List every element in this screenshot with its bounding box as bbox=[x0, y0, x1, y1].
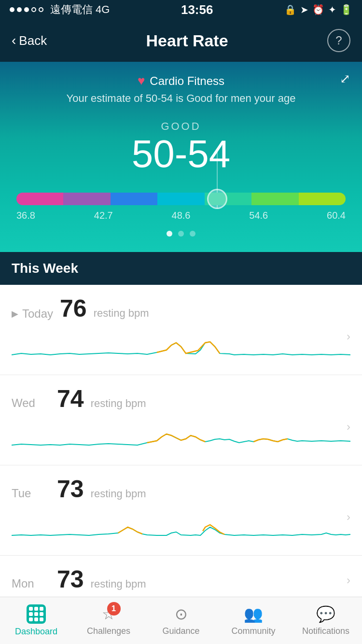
seg-fair bbox=[63, 193, 110, 205]
hr-value-today: 76 bbox=[60, 296, 87, 321]
hr-unit-mon: resting bpm bbox=[91, 578, 146, 590]
day-label-wed: Wed bbox=[12, 396, 50, 410]
scale-label-4: 54.6 bbox=[249, 210, 268, 221]
dot4 bbox=[31, 7, 36, 12]
day-label-mon: Mon bbox=[12, 577, 50, 590]
page-dot-3[interactable] bbox=[190, 231, 195, 237]
tab-dashboard[interactable]: Dashboard bbox=[0, 597, 72, 644]
hr-unit-tue: resting bpm bbox=[91, 488, 146, 500]
notifications-icon-wrap: 💬 bbox=[316, 605, 335, 623]
table-row[interactable]: Wed 74 resting bpm › bbox=[0, 375, 362, 465]
seg-excellent bbox=[251, 193, 298, 205]
status-icons: 🔒 ➤ ⏰ ✦ 🔋 bbox=[284, 4, 352, 15]
day-label-today: ▶ Today bbox=[12, 307, 53, 321]
dot3 bbox=[24, 7, 29, 12]
alarm-icon: ⏰ bbox=[312, 4, 324, 15]
hero-section: ⤢ ♥ Cardio Fitness Your estimate of 50-5… bbox=[0, 62, 362, 252]
challenges-badge: 1 bbox=[107, 602, 121, 616]
community-icon-wrap: 👥 bbox=[244, 605, 263, 623]
back-arrow-icon: ‹ bbox=[12, 33, 16, 48]
heart-rate-section: ▶ Today 76 resting bpm › Wed 74 resting … bbox=[0, 285, 362, 591]
guidance-icon-wrap: ⊙ bbox=[175, 605, 188, 623]
tab-notifications-label: Notifications bbox=[302, 626, 349, 636]
scale-indicator bbox=[207, 189, 227, 209]
dashboard-icon bbox=[27, 604, 46, 624]
header: ‹ Back Heart Rate ? bbox=[0, 19, 362, 62]
back-button[interactable]: ‹ Back bbox=[12, 33, 47, 48]
sparkline-today bbox=[12, 328, 350, 367]
battery-icon: 🔋 bbox=[340, 4, 352, 15]
tab-guidance-label: Guidance bbox=[162, 626, 199, 636]
expand-button[interactable]: ⤢ bbox=[340, 71, 350, 86]
heart-icon: ♥ bbox=[138, 73, 145, 88]
scale-label-2: 42.7 bbox=[94, 210, 113, 221]
chevron-right-icon: › bbox=[347, 330, 350, 343]
tab-dashboard-label: Dashboard bbox=[15, 627, 57, 637]
day-label-tue: Tue bbox=[12, 487, 50, 500]
scale-labels: 36.8 42.7 48.6 54.6 60.4 bbox=[16, 210, 346, 221]
hr-value-mon: 73 bbox=[57, 567, 84, 591]
carrier-label: 遠傳電信 bbox=[50, 2, 93, 17]
hr-value-tue: 73 bbox=[57, 477, 84, 501]
network-type: 4G bbox=[96, 3, 110, 16]
seg-good bbox=[157, 193, 204, 205]
tab-guidance[interactable]: ⊙ Guidance bbox=[145, 597, 217, 644]
table-row[interactable]: Mon 73 resting bpm › bbox=[0, 556, 362, 591]
table-row[interactable]: ▶ Today 76 resting bpm › bbox=[0, 285, 362, 375]
this-week-header: This Week bbox=[0, 252, 362, 285]
dot2 bbox=[17, 7, 22, 12]
seg-superior bbox=[299, 193, 346, 205]
tab-bar: Dashboard ☆ 1 Challenges ⊙ Guidance 👥 Co… bbox=[0, 597, 362, 644]
sparkline-tue bbox=[12, 509, 350, 547]
help-button[interactable]: ? bbox=[327, 29, 350, 52]
fitness-value: 50-54 bbox=[12, 135, 350, 173]
page-dot-2[interactable] bbox=[178, 231, 184, 237]
row-header-today: ▶ Today 76 resting bpm bbox=[12, 296, 350, 321]
row-header-tue: Tue 73 resting bpm bbox=[12, 477, 350, 501]
this-week-label: This Week bbox=[12, 261, 350, 276]
people-icon: 👥 bbox=[244, 605, 263, 623]
hr-unit-today: resting bpm bbox=[94, 307, 149, 320]
page-dot-1[interactable] bbox=[167, 231, 172, 237]
tab-challenges[interactable]: ☆ 1 Challenges bbox=[72, 597, 145, 644]
play-icon: ▶ bbox=[12, 308, 18, 319]
scale-label-1: 36.8 bbox=[16, 210, 35, 221]
tab-notifications[interactable]: 💬 Notifications bbox=[290, 597, 362, 644]
status-left: 遠傳電信 4G bbox=[10, 2, 110, 17]
signal-dots bbox=[10, 7, 43, 12]
page-title: Heart Rate bbox=[146, 31, 228, 50]
tab-challenges-label: Challenges bbox=[87, 626, 130, 636]
dot5 bbox=[39, 7, 43, 12]
cardio-subtitle: Your estimate of 50-54 is Good for men y… bbox=[12, 92, 350, 105]
scale-bar bbox=[16, 193, 346, 205]
dot1 bbox=[10, 7, 14, 12]
challenges-icon-wrap: ☆ 1 bbox=[102, 605, 116, 623]
help-icon: ? bbox=[335, 34, 342, 47]
location-icon: ➤ bbox=[300, 4, 308, 15]
row-header-mon: Mon 73 resting bpm bbox=[12, 567, 350, 591]
page-dots bbox=[12, 231, 350, 237]
status-bar: 遠傳電信 4G 13:56 🔒 ➤ ⏰ ✦ 🔋 bbox=[0, 0, 362, 19]
bluetooth-icon: ✦ bbox=[328, 4, 336, 15]
chevron-right-icon: › bbox=[347, 574, 350, 587]
fitness-category: GOOD bbox=[12, 120, 350, 133]
cardio-title: Cardio Fitness bbox=[150, 74, 224, 88]
dashboard-icon-wrap bbox=[27, 604, 46, 624]
cardio-label: ♥ Cardio Fitness bbox=[12, 73, 350, 88]
chevron-right-icon: › bbox=[347, 510, 350, 524]
table-row[interactable]: Tue 73 resting bpm › bbox=[0, 465, 362, 556]
chevron-right-icon: › bbox=[347, 420, 350, 434]
status-time: 13:56 bbox=[181, 2, 213, 17]
seg-poor bbox=[16, 193, 63, 205]
scale-label-3: 48.6 bbox=[172, 210, 191, 221]
compass-icon: ⊙ bbox=[175, 605, 188, 623]
row-header-wed: Wed 74 resting bpm bbox=[12, 387, 350, 411]
chat-icon: 💬 bbox=[316, 605, 335, 623]
seg-average bbox=[111, 193, 157, 205]
tab-community[interactable]: 👥 Community bbox=[217, 597, 290, 644]
scale-bar-container: 36.8 42.7 48.6 54.6 60.4 bbox=[16, 193, 346, 221]
tab-community-label: Community bbox=[231, 626, 275, 636]
sparkline-wed bbox=[12, 419, 350, 457]
hr-value-wed: 74 bbox=[57, 387, 84, 411]
hr-unit-wed: resting bpm bbox=[91, 397, 146, 410]
